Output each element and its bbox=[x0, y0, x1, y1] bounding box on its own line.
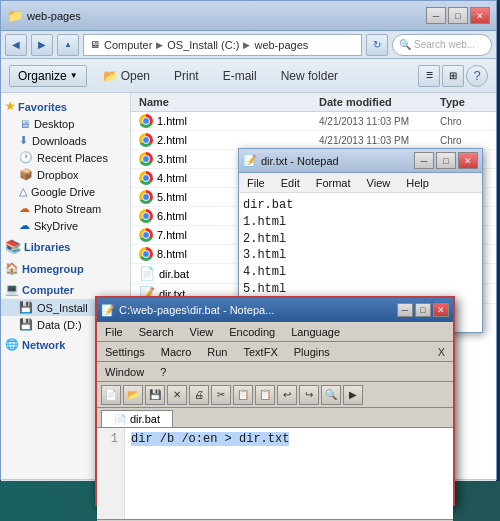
np2-encoding-menu[interactable]: Encoding bbox=[221, 324, 283, 340]
folder-icon: 📁 bbox=[7, 8, 23, 23]
downloads-label: Downloads bbox=[32, 135, 86, 147]
np2-close-button[interactable]: ✕ bbox=[433, 303, 449, 317]
col-type-header[interactable]: Type bbox=[436, 96, 496, 108]
print-button[interactable]: Print bbox=[166, 66, 207, 86]
np1-file-menu[interactable]: File bbox=[239, 175, 273, 191]
sidebar-item-recent[interactable]: 🕐 Recent Places bbox=[1, 149, 130, 166]
maximize-button[interactable]: □ bbox=[448, 7, 468, 24]
minimize-button[interactable]: ─ bbox=[426, 7, 446, 24]
close-button[interactable]: ✕ bbox=[470, 7, 490, 24]
sidebar-item-downloads[interactable]: ⬇ Downloads bbox=[1, 132, 130, 149]
np2-language-menu[interactable]: Language bbox=[283, 324, 348, 340]
library-icon: 📚 bbox=[5, 239, 21, 254]
content-line: 2.html bbox=[243, 231, 478, 248]
new-folder-button[interactable]: New folder bbox=[273, 66, 346, 86]
path-arrow-1: ▶ bbox=[156, 40, 163, 50]
help-button[interactable]: ? bbox=[466, 65, 488, 87]
np2-plugins-menu[interactable]: Plugins bbox=[286, 344, 338, 360]
np1-view-menu[interactable]: View bbox=[359, 175, 399, 191]
google-drive-icon: △ bbox=[19, 185, 27, 198]
homegroup-icon: 🏠 bbox=[5, 262, 19, 275]
np2-save-btn[interactable]: 💾 bbox=[145, 385, 165, 405]
skydrive-label: SkyDrive bbox=[34, 220, 78, 232]
network-label: Network bbox=[22, 339, 65, 351]
file-date-cell: 4/21/2013 11:03 PM bbox=[311, 135, 436, 146]
window-controls: ─ □ ✕ bbox=[426, 7, 490, 24]
view-tiles-button[interactable]: ⊞ bbox=[442, 65, 464, 87]
libraries-header[interactable]: 📚 Libraries bbox=[1, 236, 130, 257]
email-button[interactable]: E-mail bbox=[215, 66, 265, 86]
np2-undo-btn[interactable]: ↩ bbox=[277, 385, 297, 405]
libraries-section: 📚 Libraries bbox=[1, 236, 130, 257]
file-name: 5.html bbox=[157, 191, 187, 203]
notepad-txt-titlebar: 📝 dir.txt - Notepad ─ □ ✕ bbox=[239, 149, 482, 173]
np2-print-btn[interactable]: 🖨 bbox=[189, 385, 209, 405]
sidebar-item-photo-stream[interactable]: ☁ Photo Stream bbox=[1, 200, 130, 217]
np2-redo-btn[interactable]: ↪ bbox=[299, 385, 319, 405]
np2-settings-menu[interactable]: Settings bbox=[97, 344, 153, 360]
explorer-title: web-pages bbox=[27, 10, 422, 22]
np2-textfx-menu[interactable]: TextFX bbox=[236, 344, 286, 360]
np1-maximize-button[interactable]: □ bbox=[436, 152, 456, 169]
favorites-header[interactable]: ★ Favorites bbox=[1, 97, 130, 116]
np2-maximize-button[interactable]: □ bbox=[415, 303, 431, 317]
homegroup-header[interactable]: 🏠 Homegroup bbox=[1, 259, 130, 278]
np2-find-btn[interactable]: 🔍 bbox=[321, 385, 341, 405]
np2-open-btn[interactable]: 📂 bbox=[123, 385, 143, 405]
path-web-pages: web-pages bbox=[254, 39, 308, 51]
np2-window-menu[interactable]: Window bbox=[97, 364, 152, 380]
file-name: 7.html bbox=[157, 229, 187, 241]
os-install-label: OS_Install bbox=[37, 302, 88, 314]
np2-cut-btn[interactable]: ✂ bbox=[211, 385, 231, 405]
np1-format-menu[interactable]: Format bbox=[308, 175, 359, 191]
back-button[interactable]: ◀ bbox=[5, 34, 27, 56]
np1-minimize-button[interactable]: ─ bbox=[414, 152, 434, 169]
sidebar-item-google-drive[interactable]: △ Google Drive bbox=[1, 183, 130, 200]
up-button[interactable]: ▲ bbox=[57, 34, 79, 56]
col-name-header[interactable]: Name bbox=[131, 96, 311, 108]
np2-x-close[interactable]: X bbox=[430, 346, 453, 358]
bat-tab-icon: 📄 bbox=[114, 414, 126, 425]
np2-search-menu[interactable]: Search bbox=[131, 324, 182, 340]
refresh-button[interactable]: ↻ bbox=[366, 34, 388, 56]
chrome-icon bbox=[139, 133, 153, 147]
np2-macro-menu[interactable]: Macro bbox=[153, 344, 200, 360]
np2-close-tab-btn[interactable]: ✕ bbox=[167, 385, 187, 405]
address-bar: ◀ ▶ ▲ 🖥 Computer ▶ OS_Install (C:) ▶ web… bbox=[1, 31, 496, 59]
forward-button[interactable]: ▶ bbox=[31, 34, 53, 56]
address-path[interactable]: 🖥 Computer ▶ OS_Install (C:) ▶ web-pages bbox=[83, 34, 362, 56]
np2-help-menu2[interactable]: ? bbox=[152, 364, 174, 380]
file-name-cell: 1.html bbox=[131, 114, 311, 128]
np2-copy-btn[interactable]: 📋 bbox=[233, 385, 253, 405]
sidebar-item-skydrive[interactable]: ☁ SkyDrive bbox=[1, 217, 130, 234]
col-date-header[interactable]: Date modified bbox=[311, 96, 436, 108]
np2-paste-btn[interactable]: 📋 bbox=[255, 385, 275, 405]
open-button[interactable]: 📂 Open bbox=[95, 66, 158, 86]
explorer-title-bar: 📁 web-pages ─ □ ✕ bbox=[1, 1, 496, 31]
file-name: 3.html bbox=[157, 153, 187, 165]
np2-tab-bat[interactable]: 📄 dir.bat bbox=[101, 410, 173, 427]
np1-edit-menu[interactable]: Edit bbox=[273, 175, 308, 191]
sidebar-item-desktop[interactable]: 🖥 Desktop bbox=[1, 116, 130, 132]
np2-view-menu[interactable]: View bbox=[182, 324, 222, 340]
np2-new-btn[interactable]: 📄 bbox=[101, 385, 121, 405]
np2-file-menu[interactable]: File bbox=[97, 324, 131, 340]
notepad-bat-tab-bar: 📄 dir.bat bbox=[97, 408, 453, 428]
code-content[interactable]: dir /b /o:en > dir.txt bbox=[125, 428, 453, 519]
np2-extra-btn[interactable]: ▶ bbox=[343, 385, 363, 405]
file-name: 4.html bbox=[157, 172, 187, 184]
path-arrow-2: ▶ bbox=[243, 40, 250, 50]
organize-button[interactable]: Organize ▼ bbox=[9, 65, 87, 87]
search-box[interactable]: 🔍 Search web... bbox=[392, 34, 492, 56]
google-drive-label: Google Drive bbox=[31, 186, 95, 198]
sidebar-item-dropbox[interactable]: 📦 Dropbox bbox=[1, 166, 130, 183]
view-details-button[interactable]: ☰ bbox=[418, 65, 440, 87]
table-row[interactable]: 1.html 4/21/2013 11:03 PM Chro bbox=[131, 112, 496, 131]
recent-label: Recent Places bbox=[37, 152, 108, 164]
np2-minimize-button[interactable]: ─ bbox=[397, 303, 413, 317]
notepad-txt-menubar: File Edit Format View Help bbox=[239, 173, 482, 193]
np1-help-menu[interactable]: Help bbox=[398, 175, 437, 191]
np1-close-button[interactable]: ✕ bbox=[458, 152, 478, 169]
np2-run-menu[interactable]: Run bbox=[199, 344, 235, 360]
code-text: dir /b /o:en > dir.txt bbox=[131, 432, 289, 446]
